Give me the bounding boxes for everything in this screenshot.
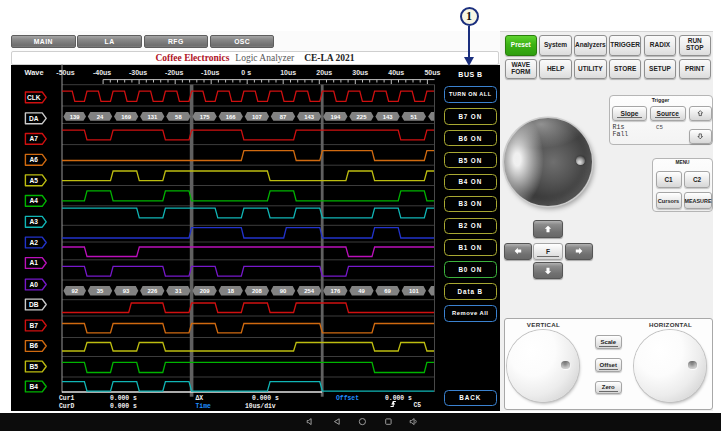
svg-text:226: 226 [147,288,158,294]
svg-text:0.000 s: 0.000 s [110,395,137,402]
svg-text:-20us: -20us [165,69,183,76]
svg-text:A2: A2 [30,239,39,246]
svg-text:B5: B5 [30,363,39,370]
svg-text:30us: 30us [352,69,368,76]
svg-text:0.000 s: 0.000 s [252,395,279,402]
svg-text:87: 87 [280,114,287,120]
svg-text:31: 31 [175,288,182,294]
svg-text:58: 58 [175,114,182,120]
svg-text:194: 194 [330,114,341,120]
svg-text:225: 225 [357,114,368,120]
svg-text:40us: 40us [388,69,404,76]
svg-text:CLK: CLK [27,94,41,101]
svg-text:10us/div: 10us/div [245,403,276,410]
svg-text:254: 254 [304,288,315,294]
svg-text:A0: A0 [30,281,39,288]
svg-text:C5: C5 [414,402,422,409]
svg-text:169: 169 [121,114,132,120]
svg-text:176: 176 [330,288,341,294]
svg-text:B4: B4 [30,383,39,390]
svg-text:-10us: -10us [201,69,219,76]
svg-text:-30us: -30us [129,69,147,76]
svg-text:Offset: Offset [336,395,359,402]
svg-text:208: 208 [252,288,263,294]
svg-text:A6: A6 [30,156,39,163]
svg-text:175: 175 [200,114,211,120]
svg-text:35: 35 [97,288,104,294]
svg-text:209: 209 [200,288,211,294]
svg-text:92: 92 [71,288,78,294]
svg-text:0 s: 0 s [241,69,251,76]
svg-text:93: 93 [123,288,130,294]
svg-text:A1: A1 [30,259,39,266]
svg-text:90: 90 [280,288,287,294]
svg-text:131: 131 [147,114,158,120]
svg-text:0.000 s: 0.000 s [110,403,137,410]
svg-text:Time: Time [196,403,212,410]
svg-text:DB: DB [29,301,39,308]
svg-text:166: 166 [226,114,237,120]
svg-text:A5: A5 [30,177,39,184]
svg-text:143: 143 [383,114,394,120]
svg-text:107: 107 [252,114,263,120]
svg-text:CurD: CurD [59,403,75,410]
svg-text:24: 24 [97,114,104,120]
svg-text:B6: B6 [30,342,39,349]
svg-text:ΔX: ΔX [196,395,204,402]
svg-text:18: 18 [227,288,234,294]
svg-text:-50us: -50us [56,69,74,76]
svg-text:A4: A4 [30,197,39,204]
svg-text:50us: 50us [424,69,440,76]
svg-text:20us: 20us [316,69,332,76]
svg-text:10us: 10us [280,69,296,76]
svg-text:Cur1: Cur1 [59,395,75,402]
svg-text:101: 101 [409,288,420,294]
svg-text:B7: B7 [30,322,39,329]
svg-text:A3: A3 [30,218,39,225]
svg-text:51: 51 [411,114,418,120]
svg-text:69: 69 [384,288,391,294]
svg-text:139: 139 [70,114,81,120]
svg-text:143: 143 [304,114,315,120]
svg-text:49: 49 [358,288,365,294]
svg-text:-40us: -40us [93,69,111,76]
svg-text:DA: DA [29,115,39,122]
svg-text:A7: A7 [30,135,39,142]
svg-text:0.000 s: 0.000 s [385,395,412,402]
svg-text:Wave: Wave [25,68,44,77]
